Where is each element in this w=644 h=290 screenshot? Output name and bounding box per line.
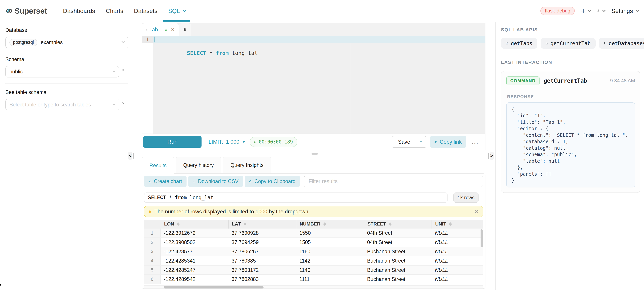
timer-value: 00:00:00.189 <box>259 139 293 145</box>
getcurrenttab-label: getCurrentTab <box>550 40 590 46</box>
refresh-schemas-icon[interactable] <box>122 69 128 75</box>
sidebar-scrollbar[interactable] <box>132 153 134 159</box>
text-cursor <box>154 36 155 42</box>
more-actions-button[interactable]: ... <box>472 139 478 145</box>
main-nav: Dashboards Charts Datasets SQL <box>58 0 191 22</box>
row-index: 5 <box>144 266 160 275</box>
limit-dropdown[interactable]: LIMIT: 1 000 <box>208 139 246 145</box>
table-row[interactable]: 5 -122.4285247 37.7803172 1140 Buchanan … <box>144 266 483 275</box>
query-row: SELECT * from long_lat 1k rows <box>144 193 483 203</box>
table-row[interactable]: 3 -122.428577 37.7806267 1160 Buchanan S… <box>144 247 483 256</box>
executed-query: SELECT * from long_lat <box>144 193 448 203</box>
refresh-tables-icon[interactable] <box>122 102 128 108</box>
table-select[interactable]: Select table or type to search tables <box>6 99 119 110</box>
row-index: 4 <box>144 256 160 265</box>
sql-code-line[interactable]: SELECT * from long_lat <box>153 36 485 43</box>
table-row[interactable]: 2 -122.3908502 37.7694259 1505 04th Stre… <box>144 238 483 247</box>
schema-select[interactable]: public <box>6 66 119 77</box>
column-header[interactable]: STREET <box>364 220 432 229</box>
sort-icon[interactable] <box>449 222 452 226</box>
card-divider <box>501 90 640 90</box>
json-line: }, <box>512 164 630 171</box>
row-index-header <box>144 220 160 229</box>
copy-clipboard-button[interactable]: Copy to Clipboard <box>245 176 300 187</box>
table-row[interactable]: 1 -122.3912672 37.7690928 1550 04th Stre… <box>144 229 483 238</box>
sort-icon[interactable] <box>244 222 246 226</box>
column-header[interactable]: NUMBER <box>296 220 364 229</box>
tab-query-insights[interactable]: Query Insights <box>223 157 271 173</box>
getcurrenttab-button[interactable]: getCurrentTab <box>541 38 596 49</box>
drag-handle-icon[interactable] <box>146 29 147 31</box>
row-index: 6 <box>144 275 160 284</box>
cell-number: 1111 <box>296 275 364 284</box>
hscroll-thumb[interactable] <box>164 286 264 288</box>
pane-splitter[interactable] <box>134 150 496 157</box>
row-index: 3 <box>144 247 160 256</box>
nav-sql[interactable]: SQL <box>163 0 191 22</box>
sidebar-divider <box>6 155 128 155</box>
sun-icon <box>597 9 600 12</box>
column-label: STREET <box>368 221 386 227</box>
create-chart-button[interactable]: Create chart <box>144 176 186 187</box>
editor-tab-1[interactable]: Tab 1 ✕ <box>142 23 179 36</box>
column-header[interactable]: LAT <box>228 220 296 229</box>
cell-unit: NULL <box>432 256 483 265</box>
table-row[interactable]: 4 -122.4285341 37.780385 1142 Buchanan S… <box>144 256 483 266</box>
cell-lon: -122.3912672 <box>160 229 228 238</box>
tab-query-history[interactable]: Query history <box>176 157 222 173</box>
sort-icon[interactable] <box>323 222 326 226</box>
cell-unit: NULL <box>432 238 483 247</box>
table-row[interactable]: 6 -122.4289542 37.7802883 1111 Buchanan … <box>144 275 483 284</box>
column-header[interactable]: LON <box>160 220 228 229</box>
theme-menu[interactable] <box>597 9 605 12</box>
limit-label: LIMIT: <box>208 139 223 145</box>
column-header[interactable]: UNIT <box>432 220 483 229</box>
copy-link-label: Copy link <box>440 139 462 145</box>
sort-icon[interactable] <box>389 222 392 226</box>
new-item-menu[interactable]: + <box>581 7 591 15</box>
table-vscrollbar[interactable] <box>480 229 482 247</box>
gettabs-button[interactable]: getTabs <box>501 38 537 49</box>
nav-sql-label: SQL <box>168 7 180 14</box>
new-tab-button[interactable] <box>179 23 191 36</box>
table-schema-label: See table schema <box>6 89 128 95</box>
save-split-button[interactable]: Save <box>392 136 426 148</box>
table-hscrollbar[interactable] <box>144 285 483 289</box>
close-tab-icon[interactable]: ✕ <box>171 27 174 32</box>
warning-icon <box>148 210 151 213</box>
collapse-sidebar-button[interactable]: < <box>128 152 132 160</box>
navbar: Superset Dashboards Charts Datasets SQL … <box>0 0 644 22</box>
results-panel: Create chart Download to CSV Copy to <box>142 173 486 289</box>
database-engine-tag: postgresql <box>10 39 38 46</box>
cell-number: 1550 <box>296 229 364 238</box>
cell-lat: 37.7803172 <box>228 266 296 275</box>
save-dropdown-button[interactable] <box>416 136 426 147</box>
save-button[interactable]: Save <box>392 136 416 147</box>
sql-editor[interactable]: 1 SELECT * from long_lat <box>142 36 485 134</box>
download-csv-button[interactable]: Download to CSV <box>188 176 243 187</box>
clock-icon <box>254 141 256 143</box>
sidebar-divider <box>6 83 128 83</box>
database-select[interactable]: postgresql examples <box>6 37 128 48</box>
sort-icon[interactable] <box>177 222 180 226</box>
collapse-right-panel-button[interactable]: > <box>490 152 494 160</box>
main-scrollbar[interactable] <box>488 153 489 159</box>
json-line: "id": "1", <box>512 112 630 119</box>
tab-results[interactable]: Results <box>142 157 174 174</box>
copy-link-button[interactable]: Copy link <box>430 136 466 148</box>
sql-keyword: from <box>216 50 229 56</box>
sqllab-api-panel: SQL LAB APIS getTabs getCurrentTab <box>496 22 644 290</box>
getdatabases-button[interactable]: getDatabases <box>599 38 644 49</box>
nav-charts[interactable]: Charts <box>100 0 128 22</box>
nav-dashboards[interactable]: Dashboards <box>58 0 100 22</box>
run-button[interactable]: Run <box>143 136 202 148</box>
filter-results-input[interactable] <box>304 176 483 187</box>
file-icon <box>506 42 508 44</box>
settings-menu[interactable]: Settings <box>612 7 639 14</box>
brand[interactable]: Superset <box>6 6 47 15</box>
close-warning-icon[interactable]: ✕ <box>474 209 479 214</box>
download-csv-label: Download to CSV <box>198 178 238 184</box>
json-line: "databaseId": 1, <box>512 138 630 145</box>
nav-datasets[interactable]: Datasets <box>128 0 163 22</box>
table-body: 1 -122.3912672 37.7690928 1550 04th Stre… <box>144 229 483 284</box>
